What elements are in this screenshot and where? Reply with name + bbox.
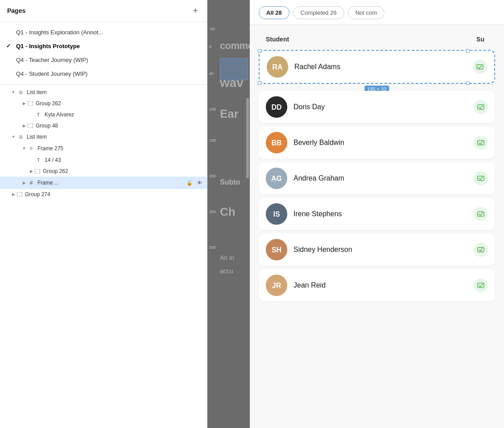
layer-label: Kyla Alvarez xyxy=(45,111,203,118)
layer-list-item-1[interactable]: ⊞ List item xyxy=(0,86,207,98)
svg-text:JR: JR xyxy=(272,282,281,289)
layer-list-item-2[interactable]: ⊞ List item xyxy=(0,131,207,143)
chevron-down-icon xyxy=(11,134,16,140)
student-name-jean: Jean Reid xyxy=(293,281,474,289)
avatar-irene: IS xyxy=(266,203,287,225)
student-name-irene: Irene Stephens xyxy=(293,210,474,218)
page-item-q4-teacher[interactable]: Q4 - Teacher Journey (WIP) xyxy=(0,53,207,67)
svg-text:AG: AG xyxy=(271,175,282,182)
page-item-q1-proto[interactable]: Q1 - Insights Prototype xyxy=(0,39,207,53)
dashed-rect-icon xyxy=(28,101,33,106)
avatar-andrea: AG xyxy=(266,168,287,189)
svg-line-34 xyxy=(480,284,483,287)
layer-group-274[interactable]: Group 274 xyxy=(0,189,207,200)
text-icon: T xyxy=(35,111,42,118)
layer-group-262-a[interactable]: Group 262 xyxy=(0,98,207,109)
student-row-rachel[interactable]: 135 × 32 RA Rachel Adams xyxy=(259,50,495,84)
page-item-q4-student[interactable]: Q4 - Student Journey (WIP) xyxy=(0,67,207,81)
svg-rect-12 xyxy=(478,140,484,145)
chevron-down-icon xyxy=(21,146,27,151)
visibility-button[interactable]: 👁 xyxy=(195,179,203,187)
selection-handle-tl xyxy=(258,49,261,53)
layer-tree: ⊞ List item Group 262 T Kyla Alvarez Gro… xyxy=(0,85,207,428)
svg-line-9 xyxy=(480,106,483,108)
canvas-text-subto: Subto xyxy=(220,178,240,186)
ruler-tick: 100 xyxy=(209,107,216,111)
selection-handle-bl xyxy=(258,81,261,85)
page-label: Q1 - Insights Prototype xyxy=(16,43,80,49)
svg-line-14 xyxy=(480,141,483,144)
chevron-right-icon xyxy=(21,101,27,106)
page-label: Q1 - Insights Exploration (Annot... xyxy=(16,29,103,36)
pages-title: Pages xyxy=(7,7,25,14)
layer-14-43[interactable]: T 14 / 43 xyxy=(0,154,207,166)
add-page-button[interactable]: + xyxy=(191,6,200,15)
student-name-rachel: Rachel Adams xyxy=(294,63,473,71)
right-panel: All 28 Completed 26 Not com Student Su 1… xyxy=(250,0,504,428)
svg-rect-7 xyxy=(478,105,484,109)
svg-rect-17 xyxy=(478,176,484,181)
tab-not-completed[interactable]: Not com xyxy=(348,6,384,19)
status-icon-beverly xyxy=(474,136,488,150)
pages-list: Q1 - Insights Exploration (Annot... Q1 -… xyxy=(0,22,207,85)
status-icon-doris xyxy=(474,100,488,114)
ruler-tick: -50 xyxy=(209,27,215,31)
layer-label: Group 262 xyxy=(43,168,203,174)
canvas-text-commo: commo xyxy=(220,40,250,52)
pages-header: Pages + xyxy=(0,0,207,22)
ruler-tick: 40 xyxy=(209,71,214,76)
layer-group-262-b[interactable]: Group 262 xyxy=(0,166,207,177)
student-name-andrea: Andrea Graham xyxy=(293,174,474,182)
selection-handle-br xyxy=(466,81,470,85)
svg-rect-32 xyxy=(478,283,484,288)
avatar-doris: DD xyxy=(266,96,287,118)
layer-frame-275[interactable]: # Frame 275 xyxy=(0,143,207,154)
lock-button[interactable]: 🔓 xyxy=(186,179,194,187)
svg-rect-2 xyxy=(477,65,483,69)
table-container: Student Su 135 × 32 RA Rachel Adams xyxy=(250,25,504,428)
svg-line-4 xyxy=(479,66,482,68)
student-row-sidney[interactable]: SH Sidney Henderson xyxy=(259,234,495,266)
layer-label: Group 262 xyxy=(36,100,203,107)
tab-completed[interactable]: Completed 26 xyxy=(293,6,344,19)
student-row-jean[interactable]: JR Jean Reid xyxy=(259,269,495,301)
status-icon-jean xyxy=(474,278,488,292)
tab-all[interactable]: All 28 xyxy=(259,6,289,19)
student-row-beverly[interactable]: BB Beverly Baldwin xyxy=(259,127,495,159)
student-row-doris[interactable]: DD Doris Day xyxy=(259,91,495,123)
svg-rect-27 xyxy=(478,247,484,252)
status-icon-sidney xyxy=(474,243,488,257)
layer-group-48[interactable]: Group 48 xyxy=(0,120,207,131)
svg-rect-22 xyxy=(478,212,484,216)
layer-label: Frame ... xyxy=(37,180,186,186)
canvas-text-ch: Ch xyxy=(220,205,235,219)
page-item-q1-annot[interactable]: Q1 - Insights Exploration (Annot... xyxy=(0,25,207,39)
col-status-header: Su xyxy=(461,36,488,43)
student-row-andrea[interactable]: AG Andrea Graham xyxy=(259,162,495,194)
canvas-text-ear: Ear xyxy=(220,107,239,121)
scrollbar-thumb[interactable] xyxy=(246,98,249,178)
dashed-rect-icon xyxy=(17,192,22,197)
student-name-doris: Doris Day xyxy=(293,103,474,111)
layer-actions: 🔓 👁 xyxy=(186,179,203,187)
hash-icon: # xyxy=(28,145,35,152)
ruler-tick: 300 xyxy=(209,245,216,250)
left-panel: Pages + Q1 - Insights Exploration (Annot… xyxy=(0,0,207,428)
svg-text:DD: DD xyxy=(271,103,281,111)
dashed-rect-icon xyxy=(35,169,40,173)
student-row-irene[interactable]: IS Irene Stephens xyxy=(259,198,495,230)
layer-kyla-alvarez[interactable]: T Kyla Alvarez xyxy=(0,109,207,120)
layer-label: Frame 275 xyxy=(37,145,203,152)
col-student-header: Student xyxy=(266,36,461,43)
page-label: Q4 - Student Journey (WIP) xyxy=(16,70,87,77)
layer-label: Group 48 xyxy=(36,123,203,129)
status-icon-irene xyxy=(474,207,488,221)
layer-label: Group 274 xyxy=(25,191,203,198)
svg-text:RA: RA xyxy=(272,63,283,71)
chevron-right-icon xyxy=(11,192,16,197)
layer-frame-dots[interactable]: # Frame ... 🔓 👁 xyxy=(0,177,207,189)
dashed-rect-icon xyxy=(28,123,33,128)
svg-line-24 xyxy=(480,213,483,215)
svg-line-19 xyxy=(480,177,483,180)
layer-label: 14 / 43 xyxy=(45,157,203,163)
